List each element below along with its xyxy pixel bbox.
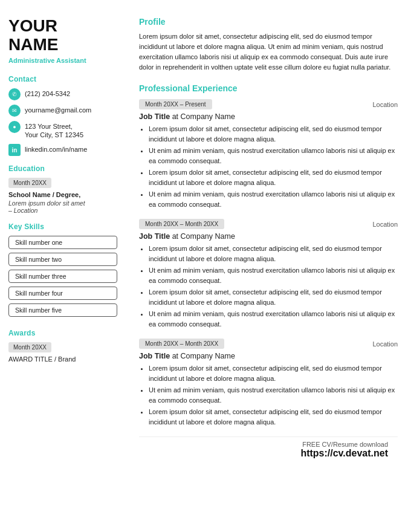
contact-linkedin: in linkedin.com/in/name	[8, 144, 117, 156]
exp-jobtitle-bold-1: Job Title	[139, 112, 170, 121]
contact-phone-text: (212) 204-5342	[25, 88, 70, 99]
skill-1: Skill number one	[8, 236, 117, 249]
experience-entry-2: Month 20XX – Month 20XX Location Job Tit…	[139, 219, 398, 329]
exp-location-2: Location	[372, 221, 398, 228]
exp-header-1: Month 20XX – Present Location	[139, 99, 398, 109]
footer-url: https://cv.devat.net	[139, 448, 388, 459]
exp-date-1: Month 20XX – Present	[139, 99, 212, 109]
bullet-3-1: Lorem ipsum dolor sit amet, consectetur …	[149, 363, 398, 383]
email-icon: ✉	[8, 105, 21, 117]
bullet-2-4: Ut enim ad minim veniam, quis nostrud ex…	[149, 309, 398, 329]
exp-header-2: Month 20XX – Month 20XX Location	[139, 219, 398, 229]
education-date-badge: Month 20XX	[8, 178, 51, 188]
footer-watermark: FREE CV/Resume download https://cv.devat…	[139, 436, 398, 465]
sidebar: YOUR NAME Administrative Assistant Conta…	[0, 0, 127, 532]
name-line1: YOUR	[8, 16, 57, 35]
exp-at-2: at	[172, 232, 181, 241]
exp-location-1: Location	[372, 101, 398, 108]
skills-list: Skill number one Skill number two Skill …	[8, 236, 117, 320]
bullet-1-3: Lorem ipsum dolor sit amet, consectetur …	[149, 167, 398, 187]
skill-3: Skill number three	[8, 270, 117, 283]
phone-icon: ✆	[8, 88, 21, 100]
skills-label: Key Skills	[8, 222, 117, 231]
exp-bullets-2: Lorem ipsum dolor sit amet, consectetur …	[139, 244, 398, 329]
contact-address: ● 123 Your Street,Your City, ST 12345	[8, 121, 117, 140]
address-icon: ●	[8, 121, 21, 133]
exp-bullets-3: Lorem ipsum dolor sit amet, consectetur …	[139, 363, 398, 427]
contact-address-text: 123 Your Street,Your City, ST 12345	[25, 121, 83, 140]
bullet-1-1: Lorem ipsum dolor sit amet, consectetur …	[149, 124, 398, 144]
education-desc: Lorem ipsum dolor sit amet– Location	[8, 199, 117, 214]
exp-at-3: at	[172, 352, 181, 360]
exp-jobtitle-2: Job Title at Company Name	[139, 232, 398, 241]
exp-date-2: Month 20XX – Month 20XX	[139, 219, 224, 229]
exp-at-1: at	[172, 112, 181, 121]
contact-email-text: yourname@gmail.com	[25, 105, 91, 115]
education-label: Education	[8, 164, 117, 173]
exp-company-2: Company Name	[181, 232, 235, 241]
linkedin-icon: in	[8, 144, 21, 156]
experience-entry-1: Month 20XX – Present Location Job Title …	[139, 99, 398, 209]
contact-email: ✉ yourname@gmail.com	[8, 105, 117, 117]
exp-company-1: Company Name	[181, 112, 235, 121]
job-title: Administrative Assistant	[8, 57, 117, 64]
experience-section-title: Professional Experience	[139, 83, 398, 93]
exp-header-3: Month 20XX – Month 20XX Location	[139, 339, 398, 349]
bullet-2-3: Lorem ipsum dolor sit amet, consectetur …	[149, 287, 398, 307]
exp-jobtitle-bold-3: Job Title	[139, 352, 170, 360]
exp-location-3: Location	[372, 340, 398, 348]
skill-5: Skill number five	[8, 303, 117, 317]
contact-linkedin-text: linkedin.com/in/name	[25, 144, 87, 154]
skill-2: Skill number two	[8, 253, 117, 266]
main-content: Profile Lorem ipsum dolor sit amet, cons…	[127, 0, 411, 532]
name: YOUR NAME	[8, 17, 117, 54]
contact-label: Contact	[8, 75, 117, 83]
exp-jobtitle-bold-2: Job Title	[139, 232, 170, 241]
bullet-1-2: Ut enim ad minim veniam, quis nostrud ex…	[149, 146, 398, 166]
exp-jobtitle-3: Job Title at Company Name	[139, 352, 398, 360]
exp-company-3: Company Name	[181, 352, 235, 360]
footer-free-text: FREE CV/Resume download	[302, 441, 388, 448]
bullet-1-4: Ut enim ad minim veniam, quis nostrud ex…	[149, 189, 398, 209]
award-title: AWARD TITLE / Brand	[8, 355, 117, 363]
bullet-3-3: Lorem ipsum dolor sit amet, consectetur …	[149, 407, 398, 427]
exp-jobtitle-1: Job Title at Company Name	[139, 112, 398, 121]
bullet-2-2: Ut enim ad minim veniam, quis nostrud ex…	[149, 265, 398, 285]
awards-date-badge: Month 20XX	[8, 342, 51, 352]
contact-phone: ✆ (212) 204-5342	[8, 88, 117, 100]
name-line2: NAME	[8, 35, 58, 54]
skill-4: Skill number four	[8, 287, 117, 300]
education-school: School Name / Degree,	[8, 191, 117, 198]
profile-section-title: Profile	[139, 17, 398, 27]
experience-entry-3: Month 20XX – Month 20XX Location Job Tit…	[139, 339, 398, 427]
awards-label: Awards	[8, 329, 117, 337]
exp-bullets-1: Lorem ipsum dolor sit amet, consectetur …	[139, 124, 398, 209]
exp-date-3: Month 20XX – Month 20XX	[139, 339, 224, 349]
resume-page: YOUR NAME Administrative Assistant Conta…	[0, 0, 411, 532]
bullet-3-2: Ut enim ad minim veniam, quis nostrud ex…	[149, 385, 398, 405]
bullet-2-1: Lorem ipsum dolor sit amet, consectetur …	[149, 244, 398, 264]
profile-text: Lorem ipsum dolor sit amet, consectetur …	[139, 31, 398, 73]
contact-list: ✆ (212) 204-5342 ✉ yourname@gmail.com ● …	[8, 88, 117, 157]
